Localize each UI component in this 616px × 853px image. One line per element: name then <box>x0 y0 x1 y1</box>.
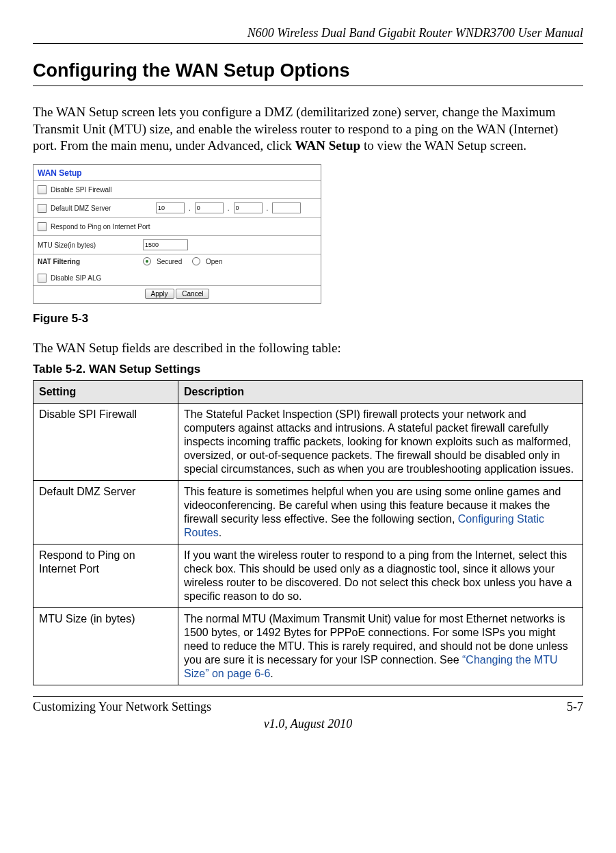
header-rule <box>33 43 583 44</box>
checkbox-disable-sip[interactable] <box>38 274 46 283</box>
label-mtu: MTU Size(in bytes) <box>38 241 139 249</box>
cancel-button[interactable]: Cancel <box>176 289 209 299</box>
cell-setting: Disable SPI Firewall <box>34 404 178 481</box>
figure-caption: Figure 5-3 <box>33 312 583 326</box>
checkbox-dmz[interactable] <box>38 204 46 213</box>
footer-version: v1.0, August 2010 <box>33 717 583 731</box>
label-respond-ping: Respond to Ping on Internet Port <box>51 223 150 231</box>
wan-buttons-row: Apply Cancel <box>34 286 321 303</box>
cell-setting: MTU Size (in bytes) <box>34 608 178 685</box>
label-nat-secured: Secured <box>157 258 182 265</box>
dmz-ip-2[interactable] <box>195 202 224 213</box>
checkbox-respond-ping[interactable] <box>38 222 46 231</box>
table-header-row: Setting Description <box>34 381 583 404</box>
wan-row-disable-spi: Disable SPI Firewall <box>34 181 321 199</box>
footer-chapter: Customizing Your Network Settings <box>33 700 211 714</box>
table-row: Default DMZ Server This feature is somet… <box>34 481 583 544</box>
th-setting: Setting <box>34 381 178 404</box>
page-header-title: N600 Wireless Dual Band Gigabit Router W… <box>33 26 583 40</box>
table-caption: Table 5-2. WAN Setup Settings <box>33 363 583 376</box>
section-title: Configuring the WAN Setup Options <box>33 60 583 86</box>
desc-text-post: . <box>270 668 273 679</box>
wan-setup-screenshot: WAN Setup Disable SPI Firewall Default D… <box>33 164 321 304</box>
footer-page-number: 5-7 <box>567 700 583 714</box>
label-dmz: Default DMZ Server <box>51 205 152 212</box>
dmz-ip-4[interactable] <box>272 202 301 213</box>
intro-paragraph: The WAN Setup screen lets you configure … <box>33 104 583 155</box>
cell-description: This feature is sometimes helpful when y… <box>178 481 583 544</box>
cell-setting: Respond to Ping on Internet Port <box>34 544 178 608</box>
intro-bold: WAN Setup <box>295 138 361 153</box>
table-row: Respond to Ping on Internet Port If you … <box>34 544 583 608</box>
cell-setting: Default DMZ Server <box>34 481 178 544</box>
wan-row-respond-ping: Respond to Ping on Internet Port <box>34 218 321 236</box>
wan-settings-table: Setting Description Disable SPI Firewall… <box>33 380 583 685</box>
dmz-ip-3[interactable] <box>234 202 263 213</box>
wan-panel-title: WAN Setup <box>34 165 321 181</box>
table-row: Disable SPI Firewall The Stateful Packet… <box>34 404 583 481</box>
dmz-ip-1[interactable] <box>156 202 185 213</box>
wan-row-nat: NAT Filtering Secured Open Disable SIP A… <box>34 254 321 286</box>
label-nat: NAT Filtering <box>38 258 139 265</box>
wan-row-dmz: Default DMZ Server . . . <box>34 199 321 218</box>
cell-description: The normal MTU (Maximum Transmit Unit) v… <box>178 608 583 685</box>
label-disable-sip: Disable SIP ALG <box>51 274 101 282</box>
cell-description: If you want the wireless router to respo… <box>178 544 583 608</box>
mtu-input[interactable] <box>143 239 188 250</box>
checkbox-disable-spi[interactable] <box>38 185 46 194</box>
table-lead-in: The WAN Setup fields are described in th… <box>33 341 583 356</box>
table-row: MTU Size (in bytes) The normal MTU (Maxi… <box>34 608 583 685</box>
th-description: Description <box>178 381 583 404</box>
label-disable-spi: Disable SPI Firewall <box>51 186 111 194</box>
radio-nat-open[interactable] <box>192 257 200 265</box>
radio-nat-secured[interactable] <box>143 257 151 265</box>
intro-text-2: to view the WAN Setup screen. <box>360 138 526 153</box>
wan-row-mtu: MTU Size(in bytes) <box>34 236 321 254</box>
cell-description: The Stateful Packet Inspection (SPI) fir… <box>178 404 583 481</box>
apply-button[interactable]: Apply <box>145 289 174 299</box>
desc-text-post: . <box>219 527 222 538</box>
label-nat-open: Open <box>206 258 222 265</box>
page-footer: Customizing Your Network Settings 5-7 v1… <box>33 696 583 731</box>
